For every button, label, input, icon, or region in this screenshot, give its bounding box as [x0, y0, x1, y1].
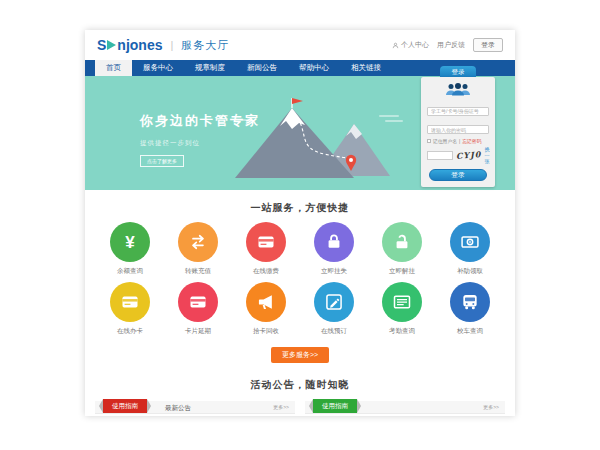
user-feedback-link[interactable]: 用户反馈	[437, 40, 465, 50]
username-input[interactable]	[427, 107, 489, 116]
service-label: 立即挂失	[300, 267, 368, 276]
remember-label: 记住用户名	[433, 138, 457, 144]
refresh-captcha-link[interactable]: 换一张	[484, 146, 489, 164]
service-item-report-loss[interactable]: 立即挂失	[300, 222, 368, 276]
service-item-balance[interactable]: ¥ 余额查询	[96, 222, 164, 276]
service-circle[interactable]	[382, 222, 422, 262]
panel-left: 使用指南 最新公告 更多>>	[95, 401, 295, 414]
site-name: 服务大厅	[181, 38, 229, 53]
service-circle[interactable]	[178, 282, 218, 322]
service-circle[interactable]	[178, 222, 218, 262]
logo-divider: |	[170, 39, 173, 51]
latest-announcements-tab[interactable]: 最新公告	[165, 401, 191, 414]
service-item-attendance[interactable]: 考勤查询	[368, 282, 436, 336]
service-circle[interactable]	[246, 282, 286, 322]
service-item-apply-card[interactable]: 在线办卡	[96, 282, 164, 336]
service-label: 卡片延期	[164, 327, 232, 336]
service-circle[interactable]	[382, 282, 422, 322]
service-item-payment[interactable]: 在线缴费	[232, 222, 300, 276]
nav-item-rules[interactable]: 规章制度	[184, 60, 236, 76]
captcha-image[interactable]: CYJ0	[456, 149, 482, 161]
service-circle[interactable]	[246, 222, 286, 262]
users-group-icon	[443, 82, 473, 97]
service-label: 拾卡回收	[232, 327, 300, 336]
nav-item-home[interactable]: 首页	[95, 60, 132, 76]
panel-right-header: 使用指南 更多>>	[305, 401, 505, 414]
service-item-online-booking[interactable]: 在线预订	[300, 282, 368, 336]
service-item-transfer[interactable]: 转账充值	[164, 222, 232, 276]
service-label: 转账充值	[164, 267, 232, 276]
captcha-input[interactable]	[427, 151, 453, 160]
nav-item-help[interactable]: 帮助中心	[288, 60, 340, 76]
transfer-icon	[188, 232, 208, 252]
service-label: 在线预订	[300, 327, 368, 336]
brand-logo[interactable]: Snjones | 服务大厅	[97, 37, 229, 53]
login-options: 记住用户名 | 忘记密码	[427, 138, 489, 144]
panel-left-header: 使用指南 最新公告 更多>>	[95, 401, 295, 414]
logo-text-2: njones	[117, 37, 162, 53]
login-panel: 登录 记住用户名 | 忘记密码 CYJ0 换一张	[421, 66, 495, 187]
hero-banner: 你身边的卡管专家 提供捷径一步到位 点击了解更多 登录	[85, 76, 515, 190]
service-label: 考勤查询	[368, 327, 436, 336]
nav-item-links[interactable]: 相关链接	[340, 60, 392, 76]
announcement-panels: 使用指南 最新公告 更多>> 使用指南 更多>>	[95, 401, 505, 414]
personal-center-link[interactable]: 个人中心	[392, 40, 429, 50]
header-login-button[interactable]: 登录	[473, 38, 503, 52]
logo-text-1: S	[97, 37, 106, 53]
nav-item-service-center[interactable]: 服务中心	[132, 60, 184, 76]
login-submit-button[interactable]: 登录	[429, 169, 487, 181]
panel-right-more-link[interactable]: 更多>>	[483, 401, 499, 414]
panel-left-more-link[interactable]: 更多>>	[273, 401, 289, 414]
login-tab[interactable]: 登录	[440, 66, 476, 77]
panel-right: 使用指南 更多>>	[305, 401, 505, 414]
announcements-title: 活动公告，随时知晓	[85, 378, 515, 392]
service-circle[interactable]	[450, 282, 490, 322]
page: Snjones | 服务大厅 个人中心 用户反馈 登录 首页 服务中心 规章制度…	[85, 30, 515, 416]
remember-checkbox[interactable]	[427, 139, 431, 143]
card-icon	[120, 292, 140, 312]
services-grid: ¥ 余额查询 转账充值 在线缴费 立即挂失	[96, 222, 504, 336]
banknote-icon	[460, 232, 480, 252]
user-icon	[392, 42, 399, 49]
service-label: 校车查询	[436, 327, 504, 336]
header-utility: 个人中心 用户反馈 登录	[392, 38, 503, 52]
logo-arrow-icon	[107, 40, 116, 50]
more-services-button[interactable]: 更多服务>>	[271, 347, 329, 363]
list-icon	[392, 292, 412, 312]
service-item-subsidy[interactable]: 补助领取	[436, 222, 504, 276]
card-icon	[256, 232, 276, 252]
service-label: 立即解挂	[368, 267, 436, 276]
forgot-password-link[interactable]: 忘记密码	[462, 138, 481, 144]
lock-icon	[324, 232, 344, 252]
service-circle[interactable]	[314, 222, 354, 262]
nav-item-news[interactable]: 新闻公告	[236, 60, 288, 76]
service-label: 在线办卡	[96, 327, 164, 336]
unlock-icon	[392, 232, 412, 252]
edit-icon	[324, 292, 344, 312]
service-item-card-recycle[interactable]: 拾卡回收	[232, 282, 300, 336]
usage-guide-ribbon[interactable]: 使用指南	[103, 399, 147, 413]
service-item-unreport-loss[interactable]: 立即解挂	[368, 222, 436, 276]
service-circle[interactable]: ¥	[110, 222, 150, 262]
usage-guide-ribbon-green[interactable]: 使用指南	[313, 399, 357, 413]
service-circle[interactable]	[110, 282, 150, 322]
services-title: 一站服务，方便快捷	[85, 190, 515, 215]
services-section: 一站服务，方便快捷 ¥ 余额查询 转账充值 在线缴费	[85, 190, 515, 363]
service-label: 补助领取	[436, 267, 504, 276]
options-separator: |	[459, 139, 460, 144]
service-item-card-renewal[interactable]: 卡片延期	[164, 282, 232, 336]
yen-icon: ¥	[125, 234, 134, 251]
card-icon	[188, 292, 208, 312]
service-label: 余额查询	[96, 267, 164, 276]
service-circle[interactable]	[314, 282, 354, 322]
service-item-school-bus[interactable]: 校车查询	[436, 282, 504, 336]
login-body: 记住用户名 | 忘记密码 CYJ0 换一张 登录	[421, 77, 495, 187]
hero-cta-button[interactable]: 点击了解更多	[140, 155, 184, 167]
bus-icon	[460, 292, 480, 312]
password-input[interactable]	[427, 125, 489, 134]
top-header: Snjones | 服务大厅 个人中心 用户反馈 登录	[85, 30, 515, 60]
service-circle[interactable]	[450, 222, 490, 262]
service-label: 在线缴费	[232, 267, 300, 276]
megaphone-icon	[256, 292, 276, 312]
mountain-illustration	[230, 94, 405, 189]
